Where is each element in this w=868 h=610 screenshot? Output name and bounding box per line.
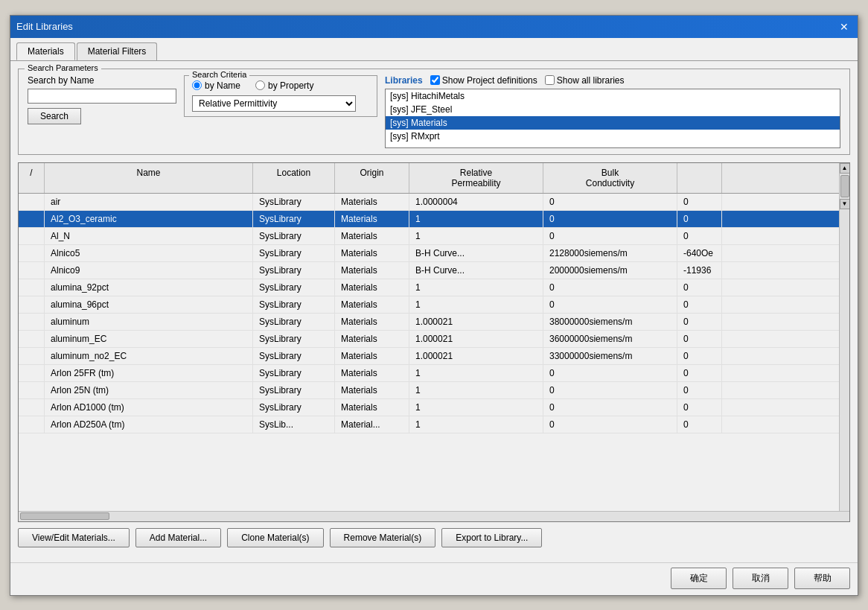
table-scrollbar-v[interactable]: ▲ ▼ xyxy=(839,163,849,511)
tab-materials[interactable]: Materials xyxy=(16,42,75,60)
lib-item-selected[interactable]: [sys] Materials xyxy=(386,116,840,130)
td-bulk-cond: 36000000siemens/m xyxy=(543,331,677,347)
table-row[interactable]: Arlon AD250A (tm) SysLib... Material... … xyxy=(19,416,839,433)
table-row[interactable]: Alnico9 SysLibrary Materials B-H Curve..… xyxy=(19,262,839,279)
search-input[interactable] xyxy=(28,89,176,104)
scroll-up-arrow[interactable]: ▲ xyxy=(840,163,850,174)
radio-by-name[interactable]: by Name xyxy=(192,80,240,91)
show-all-checkbox-label[interactable]: Show all libraries xyxy=(545,75,625,86)
table-row[interactable]: aluminum_EC SysLibrary Materials 1.00002… xyxy=(19,331,839,348)
td-extra: 0 xyxy=(677,296,722,313)
close-button[interactable]: ✕ xyxy=(837,19,852,34)
scroll-thumb[interactable] xyxy=(840,175,849,197)
show-project-checkbox-label[interactable]: Show Project definitions xyxy=(430,75,537,86)
cancel-button[interactable]: 取消 xyxy=(733,568,788,589)
libraries-header: Libraries Show Project definitions Show … xyxy=(385,75,840,86)
td-name: aluminum_EC xyxy=(45,331,253,347)
table-row[interactable]: aluminum_no2_EC SysLibrary Materials 1.0… xyxy=(19,348,839,365)
ok-button[interactable]: 确定 xyxy=(671,568,727,589)
td-name: Arlon 25N (tm) xyxy=(45,382,253,398)
lib-item[interactable]: [sys] RMxprt xyxy=(386,130,840,143)
td-name: aluminum xyxy=(45,314,253,330)
search-by-name-label: Search by Name xyxy=(28,75,176,86)
scroll-down-arrow[interactable]: ▼ xyxy=(840,199,850,209)
td-extra: 0 xyxy=(677,211,722,227)
libraries-list[interactable]: [sys] HitachiMetals [sys] JFE_Steel [sys… xyxy=(385,89,840,148)
table-scrollbar-h[interactable] xyxy=(19,511,849,521)
td-name: Arlon AD1000 (tm) xyxy=(45,399,253,416)
td-bulk-cond: 0 xyxy=(543,296,677,313)
td-origin: Materials xyxy=(335,228,409,244)
td-icon xyxy=(19,245,45,261)
td-location: SysLibrary xyxy=(253,279,335,296)
add-material-button[interactable]: Add Material... xyxy=(135,528,221,547)
td-icon xyxy=(19,296,45,313)
col-bulk-cond: BulkConductivity xyxy=(543,163,677,193)
property-dropdown[interactable]: Relative Permittivity xyxy=(192,95,356,112)
td-extra: 0 xyxy=(677,382,722,398)
table-row[interactable]: Al_N SysLibrary Materials 1 0 0 xyxy=(19,228,839,245)
col-origin: Origin xyxy=(335,163,409,193)
td-rel-perm: 1.000021 xyxy=(409,314,543,330)
radio-row: by Name by Property xyxy=(192,80,369,91)
table-row[interactable]: alumina_96pct SysLibrary Materials 1 0 0 xyxy=(19,296,839,314)
td-location: SysLibrary xyxy=(253,314,335,330)
td-rel-perm: 1 xyxy=(409,211,543,227)
td-bulk-cond: 33000000siemens/m xyxy=(543,348,677,364)
table-row[interactable]: air SysLibrary Materials 1.0000004 0 0 xyxy=(19,194,839,211)
td-location: SysLibrary xyxy=(253,331,335,347)
td-rel-perm: 1 xyxy=(409,296,543,313)
td-rel-perm: 1.0000004 xyxy=(409,194,543,210)
td-bulk-cond: 0 xyxy=(543,279,677,296)
td-icon xyxy=(19,211,45,227)
libraries-label: Libraries xyxy=(385,75,423,86)
td-name: aluminum_no2_EC xyxy=(45,348,253,364)
remove-material-button[interactable]: Remove Material(s) xyxy=(330,528,436,547)
radio-by-property[interactable]: by Property xyxy=(255,80,313,91)
td-name: Arlon AD250A (tm) xyxy=(45,416,253,433)
td-name: alumina_92pct xyxy=(45,279,253,296)
lib-item[interactable]: [sys] JFE_Steel xyxy=(386,103,840,116)
td-extra: 0 xyxy=(677,365,722,381)
tab-material-filters[interactable]: Material Filters xyxy=(77,42,158,60)
clone-material-button[interactable]: Clone Material(s) xyxy=(227,528,323,547)
td-extra: 0 xyxy=(677,416,722,433)
td-name: Al2_O3_ceramic xyxy=(45,211,253,227)
td-icon xyxy=(19,399,45,416)
td-icon xyxy=(19,348,45,364)
table-row[interactable]: alumina_92pct SysLibrary Materials 1 0 0 xyxy=(19,279,839,296)
td-rel-perm: 1.000021 xyxy=(409,331,543,347)
show-all-checkbox[interactable] xyxy=(545,75,555,85)
export-library-button[interactable]: Export to Library... xyxy=(441,528,542,547)
td-bulk-cond: 0 xyxy=(543,365,677,381)
td-name: Alnico5 xyxy=(45,245,253,261)
search-button[interactable]: Search xyxy=(28,108,81,124)
td-extra: 0 xyxy=(677,348,722,364)
td-origin: Materials xyxy=(335,365,409,381)
show-project-checkbox[interactable] xyxy=(430,75,440,85)
td-bulk-cond: 2128000siemens/m xyxy=(543,245,677,261)
td-extra: 0 xyxy=(677,314,722,330)
td-origin: Materials xyxy=(335,194,409,210)
search-criteria-legend: Search Criteria xyxy=(189,70,249,79)
table-row[interactable]: Alnico5 SysLibrary Materials B-H Curve..… xyxy=(19,245,839,262)
td-name: Al_N xyxy=(45,228,253,244)
td-bulk-cond: 0 xyxy=(543,211,677,227)
hscroll-thumb[interactable] xyxy=(20,512,109,520)
td-bulk-cond: 38000000siemens/m xyxy=(543,314,677,330)
table-row[interactable]: Al2_O3_ceramic SysLibrary Materials 1 0 … xyxy=(19,211,839,228)
search-params-box: Search Parameters Search by Name Search … xyxy=(18,69,850,155)
td-icon xyxy=(19,382,45,398)
td-origin: Materials xyxy=(335,382,409,398)
td-bulk-cond: 0 xyxy=(543,228,677,244)
table-row[interactable]: Arlon 25N (tm) SysLibrary Materials 1 0 … xyxy=(19,382,839,399)
table-row[interactable]: Arlon 25FR (tm) SysLibrary Materials 1 0… xyxy=(19,365,839,382)
table-row[interactable]: aluminum SysLibrary Materials 1.000021 3… xyxy=(19,314,839,331)
title-bar: Edit Libraries ✕ xyxy=(10,16,858,38)
lib-item[interactable]: [sys] HitachiMetals xyxy=(386,89,840,103)
table-row[interactable]: Arlon AD1000 (tm) SysLibrary Materials 1… xyxy=(19,399,839,416)
view-edit-button[interactable]: View/Edit Materials... xyxy=(18,528,130,547)
help-button[interactable]: 帮助 xyxy=(794,568,850,589)
bottom-buttons: 确定 取消 帮助 xyxy=(10,562,858,595)
td-icon xyxy=(19,228,45,244)
